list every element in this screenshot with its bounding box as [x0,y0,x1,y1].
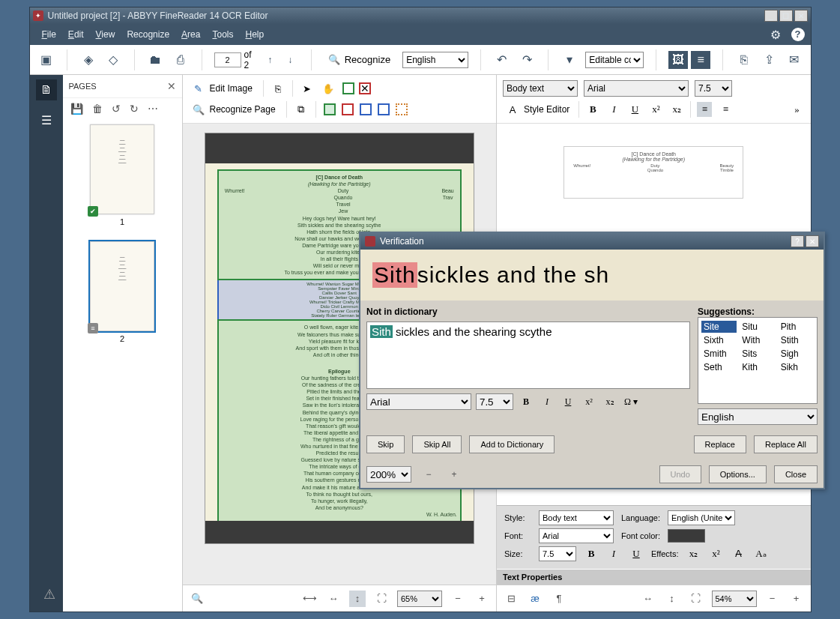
italic-icon[interactable]: I [606,102,621,117]
undo-icon[interactable]: ↶ [493,51,510,69]
page-thumb[interactable]: ━━━━━━━━━━━━━━━━━━━━━━━━━━━✔ 1 [85,124,160,226]
suggestion-item[interactable]: Sixth [701,334,737,346]
suggestion-item[interactable]: Situ [740,321,775,333]
suggestions-list[interactable]: SiteSituPithSixthWithStithSmithSitsSighS… [698,317,818,404]
redo-icon[interactable]: ↷ [518,51,535,69]
verif-underline-icon[interactable]: U [560,393,576,410]
rotate-left-icon[interactable]: ↺ [112,103,121,115]
align-left-icon[interactable]: ≡ [697,102,712,117]
suggestion-item[interactable]: Sikh [779,361,814,373]
add-to-dictionary-button[interactable]: Add to Dictionary [469,435,555,453]
menu-edit[interactable]: Edit [62,26,90,43]
suggestion-item[interactable]: Stith [779,334,814,346]
prop-strike-icon[interactable]: A̶ [731,546,746,561]
prop-caps-icon[interactable]: Aₐ [753,546,768,561]
suggestion-item[interactable]: Seth [701,361,737,373]
prop-lang-select[interactable]: English (United [668,510,735,525]
zoom-left-select[interactable]: 65% [397,591,442,607]
suggestion-item[interactable]: Pith [779,321,814,333]
suggestion-item[interactable]: Smith [701,348,737,360]
prop-bold-icon[interactable]: B [584,546,599,561]
background-area-icon[interactable] [396,103,408,115]
recognize-button[interactable]: 🔍 Recognize [324,54,395,65]
picture-area-icon[interactable] [342,103,354,115]
pointer-icon[interactable]: ➤ [300,82,314,95]
verif-omega-icon[interactable]: Ω ▾ [623,393,639,410]
verif-font-select[interactable]: Arial [366,393,471,410]
toggle1-icon[interactable]: ⊟ [503,591,519,607]
pages-close-icon[interactable]: ✕ [167,80,176,92]
pilcrow-icon[interactable]: ¶ [551,591,567,607]
layer-icon[interactable]: ⧉ [294,103,308,116]
export-icon[interactable]: ⎘ [735,51,752,69]
new-project-icon[interactable]: ▣ [37,51,55,69]
layout-select[interactable]: Editable co [585,52,644,68]
dialog-help-button[interactable]: ? [791,235,804,247]
suggestion-item[interactable]: Kith [740,361,775,373]
align-center-icon[interactable]: ≡ [718,102,733,117]
replace-button[interactable]: Replace [694,435,746,453]
verif-zoom-in-icon[interactable]: + [446,466,462,483]
prop-font-select[interactable]: Arial [539,528,614,543]
prop-underline-icon[interactable]: U [629,546,644,561]
page-up-icon[interactable]: ↑ [262,51,279,69]
maximize-button[interactable]: ☐ [779,10,793,22]
settings-icon[interactable]: ⚙ [770,28,781,42]
superscript-icon[interactable]: x² [648,102,663,117]
suggestion-item[interactable]: With [740,334,775,346]
size-select[interactable]: 7.5 [695,80,732,97]
copy-area-icon[interactable]: ⎘ [271,82,285,95]
menu-recognize[interactable]: Recognize [121,26,175,43]
scan-icon[interactable]: ⎙ [172,51,189,69]
toggle2-icon[interactable]: æ [527,591,543,607]
open-icon[interactable]: ◈ [79,51,97,69]
edit-image-button[interactable]: ✎Edit Image [189,80,256,97]
style-editor-button[interactable]: AStyle Editor [503,101,572,118]
fit-page-icon[interactable]: ↕ [349,591,366,607]
view-mode-text-icon[interactable]: ≡ [691,51,710,69]
menu-file[interactable]: File [36,26,62,43]
options-button[interactable]: Options... [709,465,767,483]
rotate-right-icon[interactable]: ↻ [130,103,139,115]
skip-button[interactable]: Skip [366,435,405,453]
verif-sup-icon[interactable]: x² [581,393,597,410]
delete-icon[interactable]: 🗑 [92,103,103,115]
language-select[interactable]: English [402,52,468,68]
zoom-out-icon[interactable]: − [450,591,466,607]
menu-help[interactable]: Help [239,26,270,43]
font-color-swatch[interactable] [668,529,705,543]
recognize-page-button[interactable]: 🔍Recognize Page [189,101,279,118]
text-area-icon[interactable] [324,103,336,115]
overflow-icon[interactable]: » [790,102,805,117]
bold-icon[interactable]: B [585,102,600,117]
page-number-input[interactable] [214,52,241,67]
verif-zoom-select[interactable]: 200% [366,466,411,483]
table2-area-icon[interactable] [378,103,390,115]
zoom-right-select[interactable]: 54% [712,591,757,607]
replace-all-button[interactable]: Replace All [754,435,818,453]
verif-lang-select[interactable]: English [698,408,818,425]
font-select[interactable]: Arial [584,80,689,97]
menu-area[interactable]: Area [175,26,206,43]
menu-view[interactable]: View [90,26,121,43]
style-select[interactable]: Body text [503,80,578,97]
prop-sup-icon[interactable]: x² [708,546,723,561]
page-thumb[interactable]: ━━━━━━━━━━━━━━━━━━━━━━━━━━━≡ 2 [85,241,160,343]
prop-italic-icon[interactable]: I [606,546,621,561]
verif-italic-icon[interactable]: I [539,393,555,410]
hand-icon[interactable]: ✋ [321,82,335,95]
draw-text-area-icon[interactable] [342,82,354,94]
folder-icon[interactable]: 🖿 [147,51,164,69]
pages-tab-icon[interactable]: 🗎 [36,79,57,100]
zoom-in-icon[interactable]: + [474,591,490,607]
dropdown-icon[interactable]: ▾ [560,51,578,69]
verif-sub-icon[interactable]: x₂ [602,393,618,410]
skip-all-button[interactable]: Skip All [412,435,462,453]
magnify-icon[interactable]: 🔍 [189,591,205,607]
zoom-out2-icon[interactable]: − [764,591,781,607]
minimize-button[interactable]: _ [764,10,778,22]
more-icon[interactable]: ⋯ [148,103,158,115]
suggestion-item[interactable]: Site [701,321,737,333]
page-down-icon[interactable]: ↓ [282,51,299,69]
undo-button[interactable]: Undo [659,465,701,483]
